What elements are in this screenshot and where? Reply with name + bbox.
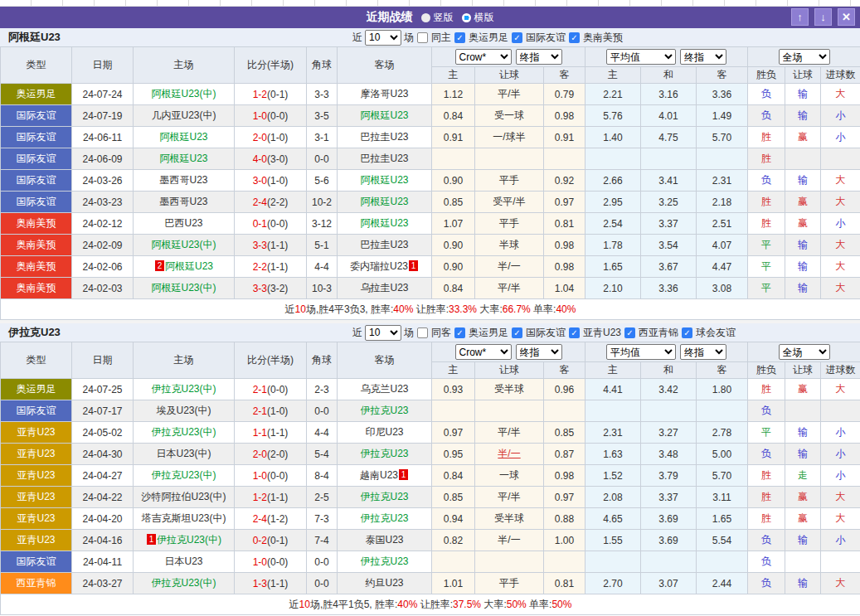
match-row: 亚青U2324-04-20塔吉克斯坦U23(中)2-4(1-2)7-3伊拉克U2… [1, 508, 860, 530]
odds-home-value: 0.84 [444, 283, 463, 294]
corner-count: 8-4 [307, 465, 338, 487]
odds-away: 0.98 [544, 235, 585, 256]
result-handicap: 赢 [785, 379, 821, 400]
page-title: 近期战绩 [367, 10, 413, 25]
home-team-name: 阿根廷U23 [159, 131, 207, 143]
avg-draw-odds-value: 3.25 [658, 196, 678, 208]
league-filter-label[interactable]: 奥运男足 [469, 31, 508, 45]
header-dropdown-group: 平均值终指 [585, 342, 748, 362]
away-team-name: 伊拉克U23 [360, 448, 408, 459]
near-label: 近 [352, 31, 362, 45]
odds-away: 1.04 [544, 278, 585, 299]
match-type-badge: 国际友谊 [1, 400, 72, 422]
half-time-score: (0-0) [267, 218, 288, 230]
away-team-name: 巴拉圭U23 [360, 239, 408, 250]
result-goals-text: 大 [836, 282, 846, 293]
match-score: 1-2(0-1) [235, 84, 307, 105]
avg-stage-select[interactable]: 终指 [680, 344, 726, 360]
league-filter-checkbox[interactable]: ✓ [682, 327, 692, 338]
odds-home-value: 1.07 [444, 218, 463, 230]
result-handicap: 赢 [785, 213, 821, 235]
away-team-name: 伊拉克U23 [360, 555, 408, 567]
result-wdl: 胜 [748, 508, 785, 530]
same-venue-checkbox[interactable] [417, 327, 428, 338]
result-wdl: 负 [748, 170, 785, 192]
scroll-down-button[interactable]: ↓ [814, 8, 832, 26]
match-count-select[interactable]: 10 [365, 325, 401, 341]
avg-away-odds: 1.49 [697, 105, 748, 127]
layout-radio-vertical[interactable]: 竖版 [421, 11, 454, 25]
result-goals-text: 小 [836, 469, 846, 481]
odds-stage-select[interactable]: 终指 [516, 49, 562, 65]
odds-away-value: 1.00 [555, 535, 574, 546]
period-select[interactable]: 全场 [779, 344, 830, 360]
avg-draw-odds-value: 3.79 [658, 470, 678, 482]
result-wdl-text: 平 [761, 282, 771, 293]
match-date: 24-05-02 [72, 422, 134, 444]
result-wdl-text: 负 [761, 577, 771, 589]
avg-stage-select[interactable]: 终指 [680, 49, 726, 65]
league-filter-checkbox[interactable]: ✓ [454, 327, 465, 338]
league-filter-checkbox[interactable]: ✓ [512, 32, 522, 43]
match-row: 奥南美预24-02-12巴西U230-1(0-0)3-12阿根廷U231.07平… [1, 213, 860, 235]
avg-home-odds-value: 2.31 [603, 427, 622, 439]
team-section: 阿根廷U23近10场同主✓奥运男足✓国际友谊✓奥南美预类型日期主场比分(半场)角… [0, 28, 860, 320]
result-wdl: 胜 [748, 127, 785, 148]
odds-stage-select[interactable]: 终指 [516, 344, 562, 360]
away-team: 伊拉克U23 [338, 508, 432, 530]
result-goals: 小 [821, 465, 860, 487]
result-handicap [785, 148, 821, 170]
match-count-select[interactable]: 10 [365, 30, 401, 46]
period-select[interactable]: 全场 [779, 49, 830, 65]
team-section: 伊拉克U23近10场同客✓奥运男足✓国际友谊✓亚青U23✓西亚青锦✓球会友谊类型… [0, 323, 860, 615]
avg-type-select[interactable]: 平均值 [606, 344, 676, 360]
avg-home-odds: 1.78 [585, 235, 641, 256]
match-row: 国际友谊24-03-23墨西哥U232-4(2-2)10-2阿根廷U230.85… [1, 192, 860, 213]
league-filter-label[interactable]: 奥南美预 [583, 31, 623, 45]
league-filter-checkbox[interactable]: ✓ [454, 32, 465, 43]
odds-away: 0.98 [544, 105, 585, 127]
match-row: 亚青U2324-04-161伊拉克U23(中)0-2(0-1)7-4泰国U230… [1, 530, 860, 551]
avg-away-odds-value: 2.44 [712, 578, 731, 589]
avg-away-odds-value: 4.07 [712, 240, 731, 251]
result-goals: 小 [821, 127, 860, 148]
league-filter-label[interactable]: 亚青U23 [583, 326, 621, 340]
corner-count: 0-0 [307, 551, 338, 573]
close-button[interactable]: ✕ [838, 8, 855, 26]
same-venue-label[interactable]: 同客 [431, 326, 451, 340]
result-goals-text: 小 [836, 426, 846, 438]
league-filter-checkbox[interactable]: ✓ [624, 327, 635, 338]
same-venue-checkbox[interactable] [417, 32, 428, 43]
same-venue-label[interactable]: 同主 [431, 31, 451, 45]
away-team: 伊拉克U23 [338, 400, 432, 422]
half-time-score: (1-1) [267, 427, 288, 439]
league-filter-label[interactable]: 奥运男足 [469, 326, 508, 340]
league-filter-checkbox[interactable]: ✓ [512, 327, 522, 338]
league-filter-checkbox[interactable]: ✓ [569, 32, 580, 43]
odds-company-select[interactable]: Crow* [455, 344, 512, 360]
avg-type-select[interactable]: 平均值 [606, 49, 676, 65]
odds-company-select[interactable]: Crow* [455, 49, 512, 65]
league-filter-checkbox[interactable]: ✓ [569, 327, 580, 338]
away-team: 阿根廷U23 [338, 170, 432, 192]
layout-radio-horizontal[interactable]: 横版 [462, 11, 494, 25]
full-time-score: 1-0 [253, 470, 267, 482]
league-filter-label[interactable]: 国际友谊 [526, 31, 566, 45]
away-team-name: 委内瑞拉U23 [350, 260, 408, 272]
result-wdl: 胜 [748, 487, 785, 508]
match-type-badge: 奥南美预 [1, 278, 72, 299]
scroll-up-button[interactable]: ↑ [791, 8, 809, 26]
corner-count: 3-3 [307, 84, 338, 105]
league-filter-label[interactable]: 西亚青锦 [639, 326, 678, 340]
handicap-line: 半/一 [475, 256, 544, 278]
league-filter-label[interactable]: 国际友谊 [526, 326, 566, 340]
league-filter-label[interactable]: 球会友谊 [696, 326, 736, 340]
odds-home-value: 0.94 [444, 513, 463, 525]
avg-away-odds-value: 1.65 [712, 513, 731, 525]
away-team: 阿根廷U23 [338, 192, 432, 213]
odds-away: 0.98 [544, 256, 585, 278]
avg-away-odds: 5.00 [697, 444, 748, 465]
handicap-line-value: 平/半 [498, 491, 520, 502]
games-label: 场 [404, 31, 414, 45]
handicap-line [475, 400, 544, 422]
